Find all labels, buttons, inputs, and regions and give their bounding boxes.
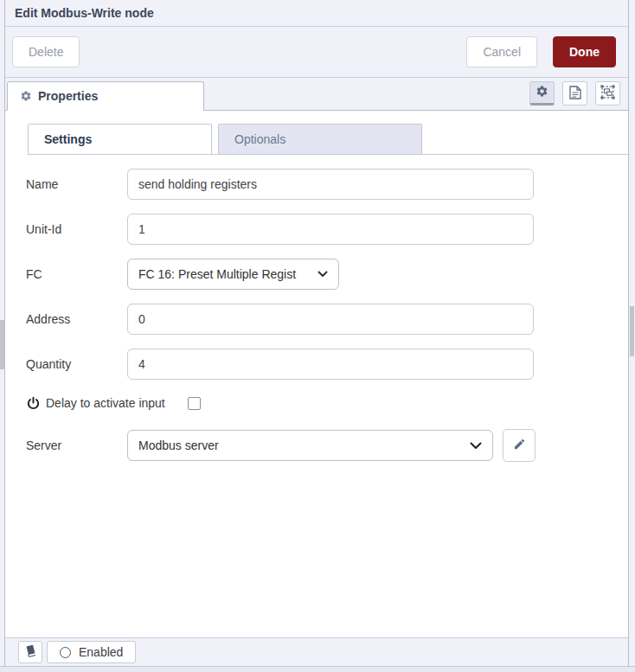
right-scrollbar-track[interactable] bbox=[629, 0, 635, 666]
object-group-icon bbox=[600, 85, 615, 102]
gear-icon bbox=[20, 90, 32, 102]
chevron-down-icon bbox=[318, 271, 328, 278]
server-label: Server bbox=[26, 438, 127, 452]
name-input[interactable] bbox=[127, 169, 534, 200]
form-row-address: Address bbox=[26, 304, 628, 335]
properties-icon-button[interactable] bbox=[529, 81, 555, 106]
dialog-button-bar: Delete Cancel Done bbox=[5, 27, 628, 78]
server-select-value: Modbus server bbox=[138, 438, 219, 452]
tab-settings-label: Settings bbox=[44, 132, 92, 146]
book-icon bbox=[24, 644, 37, 660]
delete-button[interactable]: Delete bbox=[12, 36, 80, 67]
quantity-input[interactable] bbox=[127, 349, 534, 380]
tab-settings[interactable]: Settings bbox=[28, 124, 212, 154]
name-label: Name bbox=[26, 177, 127, 191]
done-button[interactable]: Done bbox=[553, 36, 616, 67]
dialog-footer: Enabled bbox=[5, 637, 628, 666]
node-properties-form: Settings Optionals Name Unit-Id FC FC 16… bbox=[5, 111, 628, 461]
editor-tabbar: Properties bbox=[5, 78, 628, 111]
chevron-down-icon bbox=[470, 442, 482, 450]
node-enabled-toggle[interactable]: Enabled bbox=[47, 641, 136, 663]
fc-label: FC bbox=[26, 267, 127, 281]
fc-select-value: FC 16: Preset Multiple Regist bbox=[138, 267, 296, 281]
edit-server-button[interactable] bbox=[503, 429, 536, 462]
form-row-server: Server Modbus server bbox=[26, 430, 628, 461]
address-input[interactable] bbox=[127, 304, 534, 335]
form-row-name: Name bbox=[26, 169, 628, 200]
dialog-title: Edit Modbus-Write node bbox=[15, 6, 154, 20]
tab-optionals[interactable]: Optionals bbox=[218, 124, 422, 154]
dialog-title-bar: Edit Modbus-Write node bbox=[5, 0, 628, 27]
description-icon-button[interactable] bbox=[562, 81, 587, 106]
quantity-label: Quantity bbox=[26, 357, 127, 371]
delay-checkbox[interactable] bbox=[188, 397, 201, 410]
power-icon bbox=[26, 396, 41, 411]
address-label: Address bbox=[26, 312, 127, 326]
tab-properties[interactable]: Properties bbox=[7, 81, 204, 111]
edit-node-dialog: Edit Modbus-Write node Delete Cancel Don… bbox=[4, 0, 629, 666]
gear-icon bbox=[536, 85, 548, 100]
right-scrollbar-thumb[interactable] bbox=[630, 306, 634, 356]
unit-id-label: Unit-Id bbox=[26, 222, 127, 236]
enabled-label: Enabled bbox=[79, 645, 123, 659]
editor-tab-icon-buttons bbox=[529, 81, 628, 110]
bottom-strip bbox=[0, 666, 635, 672]
node-help-button[interactable] bbox=[18, 641, 42, 663]
unit-id-input[interactable] bbox=[127, 214, 534, 245]
circle-icon bbox=[60, 647, 71, 658]
tab-properties-label: Properties bbox=[38, 89, 98, 103]
appearance-icon-button[interactable] bbox=[595, 81, 620, 106]
form-row-unit-id: Unit-Id bbox=[26, 214, 628, 245]
form-row-quantity: Quantity bbox=[26, 349, 628, 380]
document-icon bbox=[569, 86, 581, 102]
delay-label: Delay to activate input bbox=[46, 396, 165, 410]
cancel-button[interactable]: Cancel bbox=[466, 36, 537, 67]
pencil-icon bbox=[513, 438, 526, 453]
form-row-delay: Delay to activate input bbox=[26, 394, 628, 413]
fc-select[interactable]: FC 16: Preset Multiple Regist bbox=[127, 259, 339, 290]
server-select[interactable]: Modbus server bbox=[127, 430, 493, 461]
settings-tabbar: Settings Optionals bbox=[28, 124, 628, 155]
tab-optionals-label: Optionals bbox=[234, 132, 285, 146]
form-row-fc: FC FC 16: Preset Multiple Regist bbox=[26, 259, 628, 290]
